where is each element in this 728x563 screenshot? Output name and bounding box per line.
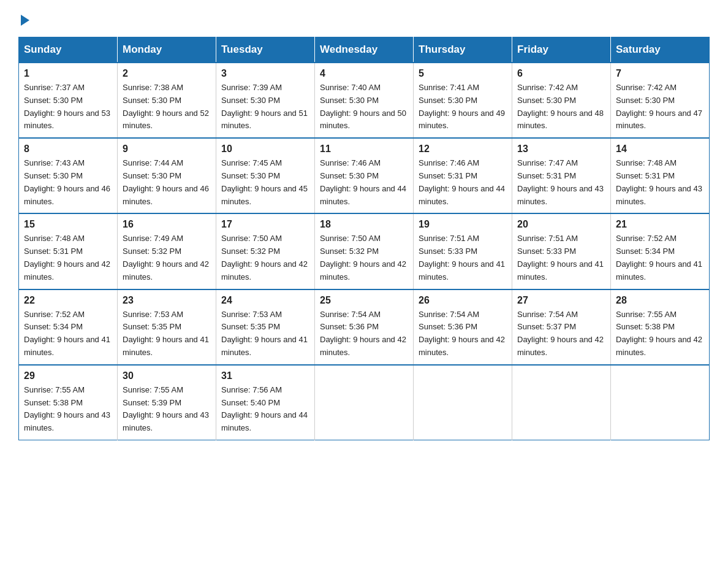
calendar-cell: 5 Sunrise: 7:41 AMSunset: 5:30 PMDayligh… [414, 63, 512, 138]
calendar-cell: 28 Sunrise: 7:55 AMSunset: 5:38 PMDaylig… [611, 289, 710, 365]
calendar-cell: 30 Sunrise: 7:55 AMSunset: 5:39 PMDaylig… [118, 365, 216, 440]
day-info: Sunrise: 7:54 AMSunset: 5:37 PMDaylight:… [517, 310, 604, 357]
day-number: 19 [419, 219, 507, 230]
day-number: 30 [123, 370, 211, 381]
calendar-week-row: 22 Sunrise: 7:52 AMSunset: 5:34 PMDaylig… [19, 289, 710, 365]
day-number: 17 [221, 219, 309, 230]
calendar-cell: 1 Sunrise: 7:37 AMSunset: 5:30 PMDayligh… [19, 63, 118, 138]
day-info: Sunrise: 7:42 AMSunset: 5:30 PMDaylight:… [616, 83, 702, 130]
day-number: 14 [616, 144, 704, 155]
calendar-cell [315, 365, 414, 440]
calendar-cell: 31 Sunrise: 7:56 AMSunset: 5:40 PMDaylig… [216, 365, 315, 440]
day-info: Sunrise: 7:45 AMSunset: 5:30 PMDaylight:… [221, 158, 308, 205]
day-number: 1 [24, 68, 112, 79]
calendar-cell: 13 Sunrise: 7:47 AMSunset: 5:31 PMDaylig… [512, 138, 611, 213]
day-number: 15 [24, 219, 112, 230]
calendar-day-header: Wednesday [315, 37, 414, 63]
day-info: Sunrise: 7:50 AMSunset: 5:32 PMDaylight:… [221, 234, 308, 281]
calendar-cell: 2 Sunrise: 7:38 AMSunset: 5:30 PMDayligh… [118, 63, 216, 138]
day-number: 24 [221, 295, 309, 306]
logo [18, 12, 29, 26]
calendar-day-header: Saturday [611, 37, 710, 63]
day-number: 9 [123, 144, 211, 155]
calendar-cell: 15 Sunrise: 7:48 AMSunset: 5:31 PMDaylig… [19, 213, 118, 289]
day-number: 3 [221, 68, 309, 79]
day-info: Sunrise: 7:47 AMSunset: 5:31 PMDaylight:… [517, 158, 604, 205]
day-number: 20 [517, 219, 605, 230]
calendar-day-header: Thursday [414, 37, 512, 63]
calendar-cell: 29 Sunrise: 7:55 AMSunset: 5:38 PMDaylig… [19, 365, 118, 440]
calendar-day-header: Friday [512, 37, 611, 63]
calendar-cell: 19 Sunrise: 7:51 AMSunset: 5:33 PMDaylig… [414, 213, 512, 289]
day-info: Sunrise: 7:38 AMSunset: 5:30 PMDaylight:… [123, 83, 209, 130]
day-info: Sunrise: 7:43 AMSunset: 5:30 PMDaylight:… [24, 158, 110, 205]
day-info: Sunrise: 7:37 AMSunset: 5:30 PMDaylight:… [24, 83, 110, 130]
calendar-cell: 25 Sunrise: 7:54 AMSunset: 5:36 PMDaylig… [315, 289, 414, 365]
calendar-cell: 4 Sunrise: 7:40 AMSunset: 5:30 PMDayligh… [315, 63, 414, 138]
day-info: Sunrise: 7:53 AMSunset: 5:35 PMDaylight:… [221, 310, 308, 357]
day-info: Sunrise: 7:48 AMSunset: 5:31 PMDaylight:… [24, 234, 110, 281]
day-info: Sunrise: 7:46 AMSunset: 5:30 PMDaylight:… [320, 158, 406, 205]
day-number: 12 [419, 144, 507, 155]
day-number: 26 [419, 295, 507, 306]
calendar-cell: 27 Sunrise: 7:54 AMSunset: 5:37 PMDaylig… [512, 289, 611, 365]
day-info: Sunrise: 7:46 AMSunset: 5:31 PMDaylight:… [419, 158, 505, 205]
calendar-week-row: 8 Sunrise: 7:43 AMSunset: 5:30 PMDayligh… [19, 138, 710, 213]
day-number: 7 [616, 68, 704, 79]
calendar-day-header: Sunday [19, 37, 118, 63]
calendar-cell: 7 Sunrise: 7:42 AMSunset: 5:30 PMDayligh… [611, 63, 710, 138]
calendar-cell: 3 Sunrise: 7:39 AMSunset: 5:30 PMDayligh… [216, 63, 315, 138]
calendar-cell [414, 365, 512, 440]
day-info: Sunrise: 7:49 AMSunset: 5:32 PMDaylight:… [123, 234, 209, 281]
day-number: 18 [320, 219, 408, 230]
day-info: Sunrise: 7:44 AMSunset: 5:30 PMDaylight:… [123, 158, 209, 205]
calendar-cell: 16 Sunrise: 7:49 AMSunset: 5:32 PMDaylig… [118, 213, 216, 289]
day-number: 23 [123, 295, 211, 306]
day-info: Sunrise: 7:41 AMSunset: 5:30 PMDaylight:… [419, 83, 505, 130]
day-info: Sunrise: 7:52 AMSunset: 5:34 PMDaylight:… [24, 310, 110, 357]
calendar-cell: 11 Sunrise: 7:46 AMSunset: 5:30 PMDaylig… [315, 138, 414, 213]
day-info: Sunrise: 7:51 AMSunset: 5:33 PMDaylight:… [517, 234, 604, 281]
calendar-cell: 17 Sunrise: 7:50 AMSunset: 5:32 PMDaylig… [216, 213, 315, 289]
day-info: Sunrise: 7:55 AMSunset: 5:39 PMDaylight:… [123, 385, 209, 432]
calendar-table: SundayMondayTuesdayWednesdayThursdayFrid… [18, 37, 710, 440]
day-info: Sunrise: 7:55 AMSunset: 5:38 PMDaylight:… [24, 385, 110, 432]
calendar-cell: 20 Sunrise: 7:51 AMSunset: 5:33 PMDaylig… [512, 213, 611, 289]
calendar-day-header: Tuesday [216, 37, 315, 63]
day-info: Sunrise: 7:54 AMSunset: 5:36 PMDaylight:… [419, 310, 505, 357]
calendar-cell: 22 Sunrise: 7:52 AMSunset: 5:34 PMDaylig… [19, 289, 118, 365]
day-info: Sunrise: 7:56 AMSunset: 5:40 PMDaylight:… [221, 385, 308, 432]
day-number: 31 [221, 370, 309, 381]
calendar-cell: 9 Sunrise: 7:44 AMSunset: 5:30 PMDayligh… [118, 138, 216, 213]
calendar-cell: 6 Sunrise: 7:42 AMSunset: 5:30 PMDayligh… [512, 63, 611, 138]
day-number: 25 [320, 295, 408, 306]
page-header [18, 12, 710, 26]
calendar-cell: 12 Sunrise: 7:46 AMSunset: 5:31 PMDaylig… [414, 138, 512, 213]
calendar-cell: 14 Sunrise: 7:48 AMSunset: 5:31 PMDaylig… [611, 138, 710, 213]
day-number: 29 [24, 370, 112, 381]
day-number: 6 [517, 68, 605, 79]
calendar-cell: 23 Sunrise: 7:53 AMSunset: 5:35 PMDaylig… [118, 289, 216, 365]
day-number: 4 [320, 68, 408, 79]
day-number: 13 [517, 144, 605, 155]
day-number: 16 [123, 219, 211, 230]
calendar-cell: 26 Sunrise: 7:54 AMSunset: 5:36 PMDaylig… [414, 289, 512, 365]
day-info: Sunrise: 7:40 AMSunset: 5:30 PMDaylight:… [320, 83, 406, 130]
calendar-cell: 10 Sunrise: 7:45 AMSunset: 5:30 PMDaylig… [216, 138, 315, 213]
day-number: 22 [24, 295, 112, 306]
day-info: Sunrise: 7:52 AMSunset: 5:34 PMDaylight:… [616, 234, 702, 281]
day-info: Sunrise: 7:42 AMSunset: 5:30 PMDaylight:… [517, 83, 604, 130]
day-number: 10 [221, 144, 309, 155]
day-info: Sunrise: 7:55 AMSunset: 5:38 PMDaylight:… [616, 310, 702, 357]
day-info: Sunrise: 7:39 AMSunset: 5:30 PMDaylight:… [221, 83, 308, 130]
calendar-cell [512, 365, 611, 440]
day-info: Sunrise: 7:48 AMSunset: 5:31 PMDaylight:… [616, 158, 702, 205]
calendar-cell: 8 Sunrise: 7:43 AMSunset: 5:30 PMDayligh… [19, 138, 118, 213]
calendar-cell: 18 Sunrise: 7:50 AMSunset: 5:32 PMDaylig… [315, 213, 414, 289]
calendar-cell: 24 Sunrise: 7:53 AMSunset: 5:35 PMDaylig… [216, 289, 315, 365]
calendar-cell [611, 365, 710, 440]
calendar-day-header: Monday [118, 37, 216, 63]
day-number: 28 [616, 295, 704, 306]
calendar-week-row: 29 Sunrise: 7:55 AMSunset: 5:38 PMDaylig… [19, 365, 710, 440]
day-number: 11 [320, 144, 408, 155]
